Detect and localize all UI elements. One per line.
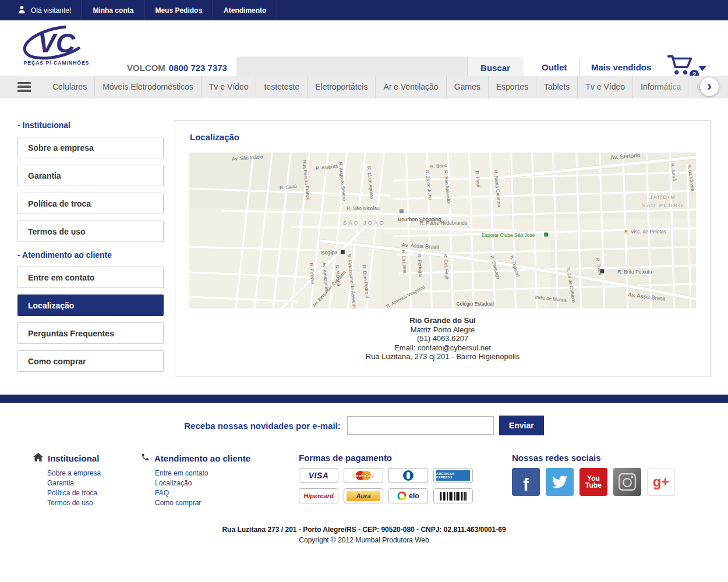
sidebar-item-sobre-a-empresa[interactable]: Sobre a empresa (17, 137, 164, 158)
catnav-item[interactable]: Tv e Vídeo (201, 76, 256, 98)
footer-link-termos-de-uso[interactable]: Termos de uso (47, 498, 141, 508)
map-street-label: SÃO JOÃO (343, 219, 386, 226)
catnav-item[interactable]: Ar e Ventilação (375, 76, 446, 98)
sidebar-item-label: Política de troca (28, 199, 91, 208)
payment-boleto-barcode-icon (433, 488, 473, 503)
footer: Institucional Sobre a empresa Garantia P… (0, 453, 728, 508)
footer-divider-bar (0, 395, 728, 403)
topbar-item-meus-pedidos[interactable]: Meus Pedidos (144, 0, 213, 20)
footer-link-faq[interactable]: FAQ (155, 488, 299, 498)
catnav-item[interactable]: testeteste (256, 76, 307, 98)
sidebar-item-label: Perguntas Frequentes (28, 329, 114, 338)
instagram-camera-glyph (618, 473, 637, 491)
sidebar-item-perguntas-frequentes[interactable]: Perguntas Frequentes (17, 322, 164, 344)
phone-number: 0800 723 7373 (169, 63, 227, 73)
content-box: Localização (175, 120, 711, 377)
catnav-item[interactable]: Esportes (488, 76, 536, 98)
map-street-label: R. São Nicolau (347, 205, 380, 211)
google-plus-glyph: g+ (653, 474, 670, 490)
google-plus-icon[interactable]: g+ (647, 468, 675, 496)
footer-link-como-comprar[interactable]: Como comprar (155, 498, 299, 508)
footer-address: Rua Luzitana 273 / 201 - Porto Alegre/RS… (0, 526, 728, 534)
youtube-glyph: Tube (585, 482, 602, 489)
topbar-nav: Minha conta Meus Pedidos Atendimento (82, 0, 277, 20)
payment-visa-icon: VISA (299, 468, 338, 483)
hipercard-wordmark: Hipercard (303, 492, 333, 499)
logo-main-text: VC (38, 28, 76, 58)
store-logo[interactable]: VC PEÇAS P/ CAMINHÕES (20, 25, 93, 70)
social-icons: f You Tube g+ (512, 468, 675, 496)
map-marker-bourbon-shopping (400, 210, 404, 214)
catnav-item[interactable]: Eletroportáteis (307, 76, 375, 98)
catnav-item[interactable]: Informática (632, 76, 688, 98)
footer-column-title: Institucional (48, 453, 99, 463)
facebook-glyph: f (523, 475, 529, 495)
map-street-label: R. Brito Peixoto (617, 269, 652, 275)
hamburger-menu-icon[interactable] (17, 82, 31, 92)
logo-sub-text: PEÇAS P/ CAMINHÕES (23, 60, 89, 66)
footer-column-institucional: Institucional Sobre a empresa Garantia P… (33, 453, 141, 508)
sidebar: - Institucional Sobre a empresa Garantia… (17, 120, 164, 378)
catnav-item[interactable]: Tablets (536, 76, 577, 98)
elo-circle-icon (397, 491, 407, 501)
youtube-icon[interactable]: You Tube (579, 468, 607, 496)
footer-link-localizacao[interactable]: Localização (155, 478, 299, 488)
footer-link-garantia[interactable]: Garantia (47, 478, 141, 488)
greeting: Olá visitante! (0, 0, 82, 20)
sidebar-item-como-comprar[interactable]: Como comprar (17, 350, 164, 372)
footer-link-politica-de-troca[interactable]: Política de troca (47, 488, 141, 498)
payment-amex-icon: AMERICAN EXPRESS (433, 468, 473, 483)
catnav-item[interactable]: Móveis Eletrodomésticos (94, 76, 201, 98)
facebook-icon[interactable]: f (512, 468, 540, 496)
twitter-bird-glyph (552, 474, 567, 489)
map-street-label: JARDIM (649, 194, 676, 200)
footer-link-sobre-a-empresa[interactable]: Sobre a empresa (47, 469, 141, 478)
footer-column-atendimento: Atendimento ao cliente Entre em contato … (141, 453, 299, 508)
newsletter: Receba nossas novidades por e-mail: Envi… (0, 403, 728, 446)
topbar-item-atendimento[interactable]: Atendimento (213, 0, 277, 20)
mais-vendidos-link[interactable]: Mais vendidos (591, 62, 651, 72)
location-map[interactable]: Av. São InácioAv. SertórioR. da VárzeaR.… (189, 152, 696, 308)
payment-elo-icon: elo (388, 488, 428, 503)
sidebar-item-label: Entre em contato (28, 273, 94, 282)
sidebar-item-entre-em-contato[interactable]: Entre em contato (17, 267, 164, 288)
footer-column-pagamento: Formas de pagamento VISA MasterCard AMER… (299, 453, 512, 508)
catnav-next-arrow[interactable]: › (700, 77, 719, 96)
map-street-label: Colégio Estadual (456, 301, 493, 307)
catnav-item[interactable]: Tv e Vídeo (577, 76, 632, 98)
map-street-label: Esporte Clube São José (482, 232, 535, 238)
sidebar-section-title-atendimento: - Atendimento ao cliente (17, 250, 164, 260)
sidebar-item-garantia[interactable]: Garantia (17, 165, 164, 186)
newsletter-label: Receba nossas novidades por e-mail: (184, 421, 340, 431)
footer-link-entre-em-contato[interactable]: Entre em contato (155, 469, 299, 478)
instagram-icon[interactable] (613, 468, 641, 496)
home-icon (33, 453, 43, 463)
phone-info: VOLCOM0800 723 7373 (127, 63, 227, 73)
address-block: Rio Grande do Sul Matriz Porto Alegre (5… (189, 316, 696, 361)
newsletter-submit-button[interactable]: Enviar (499, 416, 544, 435)
outlet-link[interactable]: Outlet (542, 62, 567, 72)
twitter-icon[interactable] (546, 468, 574, 496)
topbar-item-label: Meus Pedidos (155, 6, 202, 15)
address-line: Rua Luzitana, 273 cj 201 - Bairro Higien… (189, 352, 696, 361)
sidebar-item-politica-de-troca[interactable]: Política de troca (17, 193, 164, 214)
cart-button[interactable]: 2 (667, 54, 695, 79)
topbar-item-minha-conta[interactable]: Minha conta (82, 0, 144, 20)
catnav-item[interactable]: Games (446, 76, 488, 98)
footer-column-title: Nossas redes sociais (512, 453, 601, 463)
map-street-label: Bourbon Shopping (398, 217, 441, 222)
sidebar-item-localizacao[interactable]: Localização (17, 294, 164, 316)
sidebar-item-label: Localização (28, 301, 74, 310)
sidebar-item-label: Garantia (28, 171, 61, 180)
page: Olá visitante! Minha conta Meus Pedidos … (0, 0, 728, 582)
cart-chevron-down-icon[interactable] (698, 66, 706, 75)
sidebar-item-termos-de-uso[interactable]: Termos de uso (17, 221, 164, 242)
address-line: Rio Grande do Sul (189, 316, 696, 325)
page-title: Localização (190, 132, 696, 142)
map-street-label: SÃO PEDRO (642, 203, 684, 208)
newsletter-email-input[interactable] (347, 416, 494, 435)
sidebar-item-label: Termos de uso (28, 227, 86, 236)
header-divider (579, 59, 579, 74)
elo-wordmark: elo (409, 492, 419, 500)
catnav-item[interactable]: Celulares (45, 76, 94, 98)
